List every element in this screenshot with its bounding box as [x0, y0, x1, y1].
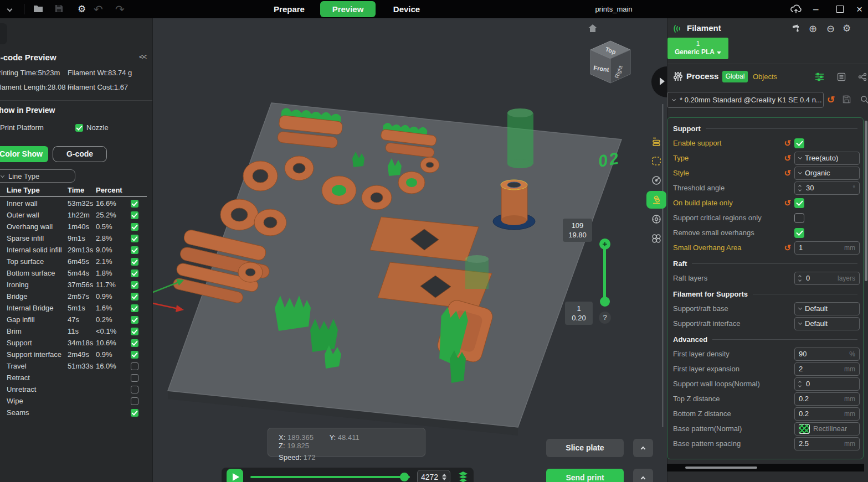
linetype-checkbox[interactable] [131, 362, 138, 370]
filament-slot-button[interactable]: 1 Generic PLA [667, 38, 728, 59]
reset-icon[interactable]: ↺ [784, 139, 791, 147]
linetype-checkbox[interactable] [131, 304, 138, 312]
remove-filament-icon[interactable]: ⊖ [826, 24, 835, 34]
linetype-checkbox[interactable] [131, 269, 138, 277]
param-dropdown[interactable]: Tree(auto) [794, 152, 860, 165]
param-checkbox[interactable] [794, 198, 804, 208]
menu-chevron-icon[interactable] [8, 7, 12, 11]
search-icon[interactable] [860, 95, 868, 104]
spinner-arrows-icon[interactable] [799, 276, 801, 281]
line-type-dropdown[interactable]: Line Type [0, 169, 75, 183]
linetype-checkbox[interactable] [131, 258, 138, 266]
collapse-panel-button[interactable]: << [139, 53, 146, 61]
close-button[interactable]: × [856, 4, 862, 14]
param-spin[interactable]: 0layers [794, 272, 860, 285]
settings-gear-icon[interactable]: ⚙ [78, 4, 86, 14]
linetype-checkbox[interactable] [131, 316, 138, 324]
linetype-checkbox[interactable] [131, 328, 138, 335]
linetype-checkbox[interactable] [131, 235, 138, 242]
send-print-button[interactable]: Send print [546, 469, 624, 482]
spinner-arrows-icon[interactable] [799, 185, 801, 191]
linetype-checkbox[interactable] [131, 211, 138, 219]
reset-icon[interactable]: ↺ [784, 154, 791, 162]
linetype-checkbox[interactable] [131, 246, 138, 254]
play-button[interactable] [227, 469, 243, 482]
preview-option-checkbox[interactable] [75, 124, 83, 132]
add-filament-icon[interactable]: ⊕ [809, 24, 817, 34]
maximize-button[interactable] [836, 6, 844, 13]
param-input[interactable]: 2mm [794, 362, 860, 376]
filament-settings-gear-icon[interactable]: ⚙ [843, 24, 851, 33]
linetype-checkbox[interactable] [131, 281, 138, 289]
reset-icon[interactable]: ↺ [784, 199, 791, 207]
param-input[interactable]: 2.5mm [794, 437, 860, 450]
layer-slider-top-handle[interactable]: + [599, 239, 610, 250]
redo-icon[interactable]: ↷ [115, 4, 125, 15]
tab-preview[interactable]: Preview [320, 1, 376, 17]
tab-others[interactable] [646, 230, 666, 247]
tab-filament-settings[interactable] [646, 210, 666, 228]
slice-options-button[interactable] [633, 439, 653, 457]
stepper-arrows-icon[interactable] [442, 474, 446, 480]
param-checkbox[interactable] [794, 228, 804, 238]
slice-plate-button[interactable]: Slice plate [546, 439, 624, 457]
tab-prepare[interactable]: Prepare [260, 0, 318, 18]
playback-slider-handle[interactable] [400, 473, 409, 481]
tab-global[interactable]: Global [722, 71, 748, 82]
param-dropdown[interactable]: Default [794, 317, 860, 330]
param-input[interactable]: 90% [794, 348, 860, 361]
open-folder-icon[interactable] [33, 4, 44, 13]
gcode-button[interactable]: G-code [53, 146, 107, 162]
param-pattern[interactable]: Rectilinear [794, 422, 860, 436]
linetype-checkbox[interactable] [131, 200, 138, 208]
param-input[interactable]: 0.2mm [794, 392, 860, 406]
linetype-checkbox[interactable] [131, 386, 138, 393]
param-spin[interactable]: 30° [794, 182, 860, 195]
tab-support[interactable] [646, 191, 666, 209]
linetype-checkbox[interactable] [131, 397, 138, 405]
minimize-button[interactable]: – [813, 4, 818, 14]
linetype-checkbox[interactable] [131, 339, 138, 347]
preset-reset-icon[interactable]: ↺ [827, 95, 835, 105]
compare-presets-icon[interactable] [858, 72, 867, 81]
layer-slider-bottom-handle[interactable] [600, 297, 610, 307]
tab-quality[interactable] [646, 133, 666, 151]
home-view-icon[interactable] [587, 23, 598, 33]
param-view-icon[interactable] [815, 72, 824, 81]
reset-icon[interactable]: ↺ [784, 243, 791, 252]
linetype-checkbox[interactable] [131, 293, 138, 300]
undo-icon[interactable]: ↶ [94, 4, 103, 15]
preset-dropdown[interactable]: * 0.20mm Standard @Creality K1 SE 0.4 n.… [667, 92, 824, 108]
linetype-checkbox[interactable] [131, 409, 138, 417]
move-number-stepper[interactable]: 4272 [417, 470, 450, 482]
param-checkbox[interactable] [794, 138, 804, 148]
reset-icon[interactable]: ↺ [784, 169, 791, 177]
param-list-icon[interactable] [837, 72, 846, 81]
spinner-arrows-icon[interactable] [799, 381, 801, 387]
playback-slider[interactable] [250, 476, 410, 478]
filament-change-icon[interactable] [792, 24, 801, 33]
vertical-scrollbar[interactable] [865, 121, 867, 281]
param-checkbox[interactable] [794, 213, 804, 223]
linetype-checkbox[interactable] [131, 351, 138, 359]
send-options-button[interactable] [633, 469, 653, 482]
collapsed-panel-tab[interactable] [0, 23, 7, 44]
layer-range-slider[interactable] [603, 247, 606, 299]
help-button[interactable]: ? [599, 312, 611, 324]
param-dropdown[interactable]: Organic [794, 167, 860, 180]
tab-strength[interactable] [646, 152, 666, 170]
layers-icon[interactable] [458, 471, 469, 482]
tab-speed[interactable] [646, 172, 666, 189]
param-input[interactable]: 1mm [794, 241, 860, 255]
tab-objects[interactable]: Objects [753, 72, 777, 81]
tab-device[interactable]: Device [378, 0, 435, 18]
orientation-cube[interactable]: Top Front Right [585, 37, 636, 87]
param-input[interactable]: 0.2mm [794, 407, 860, 421]
viewport-3d-scene[interactable]: 02 [153, 18, 667, 482]
horizontal-scrollbar-thumb[interactable] [685, 467, 757, 469]
color-show-button[interactable]: Color Show [0, 146, 48, 162]
save-preset-icon[interactable] [843, 95, 851, 103]
linetype-checkbox[interactable] [131, 374, 138, 382]
param-dropdown[interactable]: Default [794, 302, 860, 315]
param-spin[interactable]: 0 [794, 377, 860, 391]
